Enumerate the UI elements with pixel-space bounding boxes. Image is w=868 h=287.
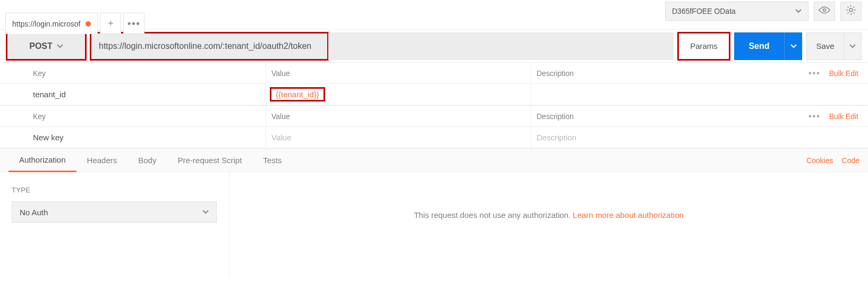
query-params-header: Key Value Description ••• Bulk Edit bbox=[0, 106, 868, 127]
chevron-down-icon bbox=[202, 210, 209, 214]
col-description-header: Description bbox=[531, 112, 783, 121]
request-tab[interactable]: https://login.microsof bbox=[5, 13, 98, 34]
new-value-input[interactable]: Value bbox=[266, 133, 531, 142]
path-params-header: Key Value Description ••• Bulk Edit bbox=[0, 63, 868, 84]
tab-options-button[interactable]: ••• bbox=[123, 13, 144, 34]
col-value-header: Value bbox=[266, 112, 531, 121]
environment-quicklook-button[interactable] bbox=[814, 2, 835, 21]
new-tab-button[interactable]: + bbox=[100, 13, 121, 34]
request-bar: POST Params Send Save bbox=[0, 30, 868, 63]
param-key[interactable]: tenant_id bbox=[0, 90, 266, 99]
header-bar: https://login.microsof + ••• D365fFOEE O… bbox=[0, 0, 868, 30]
plus-icon: + bbox=[108, 18, 114, 29]
auth-type-label: TYPE bbox=[12, 186, 217, 194]
auth-type-selector[interactable]: No Auth bbox=[12, 201, 217, 223]
col-key-header: Key bbox=[0, 112, 266, 121]
tab-authorization[interactable]: Authorization bbox=[8, 149, 76, 172]
send-dropdown[interactable] bbox=[784, 32, 802, 60]
authorization-panel: TYPE No Auth This request does not use a… bbox=[0, 172, 868, 277]
param-value-cell[interactable]: {{tenant_id}} bbox=[266, 89, 531, 100]
new-param-row[interactable]: New key Value Description bbox=[0, 127, 868, 148]
gear-icon bbox=[846, 5, 856, 18]
col-value-header: Value bbox=[266, 69, 531, 78]
send-label: Send bbox=[748, 41, 769, 51]
auth-message-panel: This request does not use any authorizat… bbox=[229, 172, 868, 277]
path-param-row[interactable]: tenant_id {{tenant_id}} bbox=[0, 84, 868, 105]
request-detail-tabs: Authorization Headers Body Pre-request S… bbox=[0, 149, 868, 172]
path-params-section: Key Value Description ••• Bulk Edit tena… bbox=[0, 63, 868, 106]
tab-tests[interactable]: Tests bbox=[252, 149, 292, 172]
new-key-input[interactable]: New key bbox=[0, 133, 266, 142]
auth-type-value: No Auth bbox=[20, 208, 48, 217]
eye-icon bbox=[819, 6, 830, 16]
request-tabs-area: https://login.microsof + ••• bbox=[0, 0, 665, 30]
method-selector[interactable]: POST bbox=[6, 32, 86, 60]
header-right-tools: D365fFOEE OData bbox=[665, 0, 868, 22]
new-description-input[interactable]: Description bbox=[531, 133, 783, 142]
ellipsis-icon: ••• bbox=[127, 18, 141, 29]
col-description-header: Description bbox=[531, 69, 783, 78]
bulk-edit-link[interactable]: Bulk Edit bbox=[829, 69, 858, 78]
chevron-down-icon bbox=[57, 44, 63, 48]
save-label: Save bbox=[816, 41, 834, 50]
params-button[interactable]: Params bbox=[678, 32, 730, 60]
col-key-header: Key bbox=[0, 69, 266, 78]
unsaved-indicator-icon bbox=[86, 21, 91, 27]
save-button[interactable]: Save bbox=[806, 32, 844, 60]
environment-name: D365fFOEE OData bbox=[672, 7, 736, 15]
chevron-down-icon bbox=[790, 44, 797, 48]
path-params-actions: ••• Bulk Edit bbox=[783, 69, 868, 78]
send-button[interactable]: Send bbox=[734, 32, 784, 60]
chevron-down-icon bbox=[849, 44, 856, 48]
tab-prerequest[interactable]: Pre-request Script bbox=[167, 149, 252, 172]
cookies-link[interactable]: Cookies bbox=[806, 156, 833, 165]
ellipsis-icon[interactable]: ••• bbox=[809, 112, 821, 121]
request-tab-title: https://login.microsof bbox=[12, 20, 80, 28]
query-params-section: Key Value Description ••• Bulk Edit New … bbox=[0, 106, 868, 149]
method-label: POST bbox=[29, 41, 53, 51]
tab-body[interactable]: Body bbox=[127, 149, 167, 172]
url-input[interactable] bbox=[90, 32, 328, 60]
learn-more-link[interactable]: Learn more about authorization bbox=[573, 210, 683, 220]
param-value-variable: {{tenant_id}} bbox=[271, 89, 324, 100]
params-label: Params bbox=[690, 41, 718, 50]
tab-headers[interactable]: Headers bbox=[76, 149, 128, 172]
tab-right-links: Cookies Code bbox=[806, 156, 860, 165]
code-link[interactable]: Code bbox=[842, 156, 860, 165]
url-input-extension[interactable] bbox=[328, 32, 674, 60]
auth-type-panel: TYPE No Auth bbox=[0, 172, 229, 277]
auth-message: This request does not use any authorizat… bbox=[414, 210, 571, 220]
ellipsis-icon[interactable]: ••• bbox=[809, 69, 821, 78]
environment-selector[interactable]: D365fFOEE OData bbox=[665, 2, 809, 21]
chevron-down-icon bbox=[795, 9, 802, 13]
bulk-edit-link[interactable]: Bulk Edit bbox=[829, 112, 858, 121]
query-params-actions: ••• Bulk Edit bbox=[783, 112, 868, 121]
svg-point-0 bbox=[823, 9, 826, 12]
svg-point-1 bbox=[849, 9, 853, 12]
save-group: Save bbox=[806, 32, 862, 60]
divider bbox=[531, 84, 531, 105]
environment-settings-button[interactable] bbox=[840, 2, 862, 21]
send-group: Send bbox=[734, 32, 802, 60]
save-dropdown[interactable] bbox=[844, 32, 862, 60]
